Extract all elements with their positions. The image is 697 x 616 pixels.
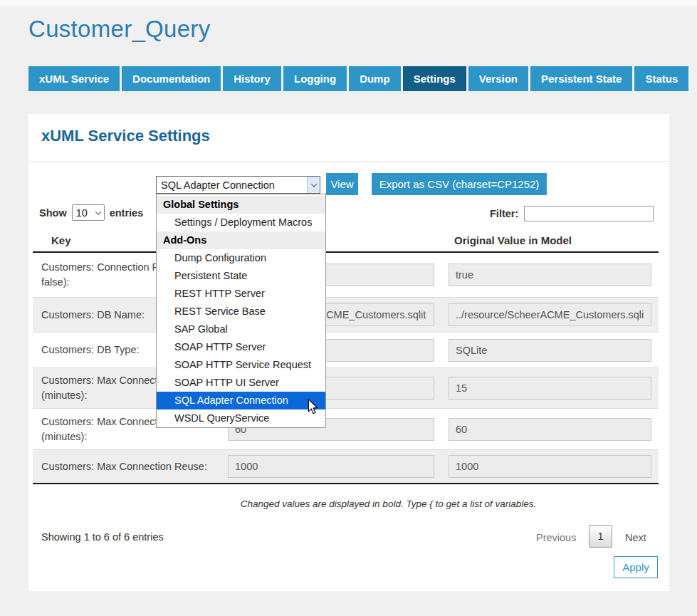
pagination-next[interactable]: Next <box>625 532 646 543</box>
dropdown-item[interactable]: REST HTTP Server <box>157 285 325 303</box>
settings-table: Customers: Connection Pooling (true/ fal… <box>33 253 659 483</box>
setting-value-cell <box>228 455 449 478</box>
dropdown-item[interactable]: SOAP HTTP Service Request <box>157 356 325 374</box>
column-header-key: Key <box>51 234 71 246</box>
original-value-cell <box>449 455 659 478</box>
original-value-cell <box>449 418 659 441</box>
tab[interactable]: Version <box>468 66 528 91</box>
show-label: Show <box>39 207 67 219</box>
table-row: Customers: Connection Pooling (true/ fal… <box>33 253 659 297</box>
original-value-input <box>449 303 651 326</box>
tab[interactable]: Persistent State <box>530 66 632 91</box>
page-size-control: Show 10 entries <box>39 204 143 221</box>
hint-note: Changed values are displayed in bold. Ty… <box>33 498 659 509</box>
column-header-original-value: Original Value in Model <box>454 234 572 246</box>
tab-bar: xUML ServiceDocumentationHistoryLoggingD… <box>28 66 688 91</box>
tab[interactable]: Dump <box>349 66 401 91</box>
setting-category-value: SQL Adapter Connection <box>157 179 307 191</box>
original-value-cell <box>449 377 659 400</box>
original-value-input <box>449 377 651 400</box>
filter-input[interactable] <box>524 206 654 221</box>
dropdown-item[interactable]: Persistent State <box>157 267 325 285</box>
table-row: Customers: DB Type: <box>33 332 659 367</box>
chevron-down-icon <box>95 209 100 214</box>
tab[interactable]: Logging <box>283 66 347 91</box>
category-dropdown-list: Global SettingsSettings / Deployment Mac… <box>156 194 326 428</box>
table-row: Customers: Max Connection Reuse: <box>33 449 659 483</box>
dropdown-item[interactable]: SOAP HTTP UI Server <box>157 374 325 392</box>
tab[interactable]: Status <box>634 66 688 91</box>
table-row: Customers: DB Name: <box>33 297 659 332</box>
panel-heading: xUML Service Settings <box>41 127 210 145</box>
dropdown-item[interactable]: Settings / Deployment Macros <box>157 214 325 231</box>
original-value-cell <box>449 339 659 362</box>
dropdown-item[interactable]: SQL Adapter Connection <box>157 392 325 409</box>
dropdown-item[interactable]: SOAP HTTP Server <box>157 338 325 356</box>
original-value-input <box>449 339 651 362</box>
tab[interactable]: Settings <box>403 66 466 91</box>
pagination-previous[interactable]: Previous <box>536 532 576 543</box>
original-value-cell <box>449 263 659 286</box>
chevron-down-icon <box>307 177 320 193</box>
dropdown-item[interactable]: SAP Global <box>157 320 325 338</box>
page-size-select[interactable]: 10 <box>72 204 105 221</box>
page-title: Customer_Query <box>28 16 210 43</box>
page: Customer_Query xUML ServiceDocumentation… <box>0 0 697 616</box>
filter-control: Filter: <box>490 206 654 221</box>
tab[interactable]: Documentation <box>122 66 221 91</box>
entries-label: entries <box>110 207 144 219</box>
tab[interactable]: xUML Service <box>28 66 120 91</box>
dropdown-item[interactable]: Global Settings <box>157 196 325 214</box>
setting-value-input[interactable] <box>228 455 434 478</box>
dropdown-item[interactable]: Dump Configuration <box>157 249 325 267</box>
export-csv-button[interactable]: Export as CSV (charset=CP1252) <box>372 173 547 195</box>
pagination-page-1[interactable]: 1 <box>589 525 612 548</box>
table-bottom-rule <box>33 483 659 484</box>
dropdown-item[interactable]: REST Service Base <box>157 303 325 320</box>
showing-entries-text: Showing 1 to 6 of 6 entries <box>41 531 164 543</box>
setting-key: Customers: Max Connection Reuse: <box>33 459 228 474</box>
view-button[interactable]: View <box>326 173 358 195</box>
setting-category-select[interactable]: SQL Adapter Connection <box>156 176 320 194</box>
original-value-input <box>449 455 651 478</box>
tab[interactable]: History <box>223 66 281 91</box>
table-row: Customers: Max Connection Age (minutes): <box>33 367 659 408</box>
filter-label: Filter: <box>490 208 518 219</box>
page-size-value: 10 <box>76 207 88 219</box>
table-row: Customers: Max Connection Idle Time (min… <box>33 408 659 449</box>
dropdown-item[interactable]: Add-Ons <box>157 231 325 249</box>
mouse-cursor-icon <box>308 399 318 414</box>
dropdown-item[interactable]: WSDL QueryService <box>157 409 325 427</box>
top-strip <box>0 0 697 6</box>
original-value-cell <box>449 303 659 326</box>
original-value-input <box>449 263 651 286</box>
heading-divider <box>28 161 669 162</box>
apply-button[interactable]: Apply <box>614 556 658 578</box>
settings-panel: xUML Service Settings SQL Adapter Connec… <box>28 114 669 591</box>
original-value-input <box>449 418 651 441</box>
